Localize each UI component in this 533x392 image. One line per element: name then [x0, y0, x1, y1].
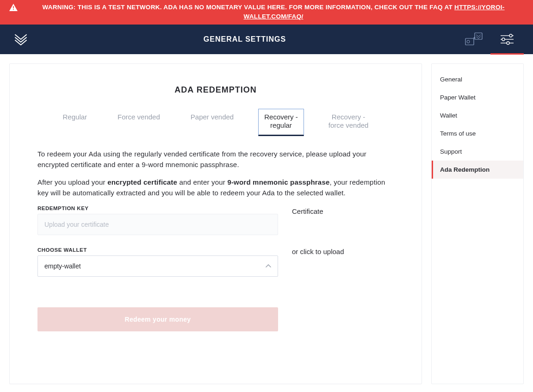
sidebar-item-terms-of-use[interactable]: Terms of use — [432, 124, 523, 143]
app-header: GENERAL SETTINGS — [0, 25, 533, 54]
tab-recovery-force-vended[interactable]: Recovery -force vended — [322, 109, 375, 137]
tab-paper-vended[interactable]: Paper vended — [185, 109, 240, 137]
header-wallets-button[interactable] — [457, 25, 490, 54]
svg-rect-0 — [13, 6, 14, 8]
tab-recovery-regular-label: Recovery -regular — [264, 113, 298, 131]
main-content-card: ADA REDEMPTION Regular Force vended Pape… — [9, 63, 422, 384]
tab-recovery-regular[interactable]: Recovery -regular — [258, 109, 304, 137]
tab-regular[interactable]: Regular — [57, 109, 93, 137]
choose-wallet-label: CHOOSE WALLET — [37, 247, 278, 253]
test-network-warning-banner: WARNING: THIS IS A TEST NETWORK. ADA HAS… — [0, 0, 533, 25]
tab-force-vended[interactable]: Force vended — [112, 109, 166, 137]
choose-wallet-select[interactable]: empty-wallet — [37, 255, 278, 277]
para2-bold1: encrypted certificate — [107, 178, 177, 186]
choose-wallet-value: empty-wallet — [44, 262, 81, 270]
svg-point-4 — [467, 40, 470, 43]
chevron-up-icon — [266, 264, 271, 268]
sidebar-item-ada-redemption[interactable]: Ada Redemption — [432, 161, 523, 179]
sidebar-item-paper-wallet[interactable]: Paper Wallet — [432, 88, 523, 106]
para2-mid: and enter your — [177, 178, 227, 186]
certificate-upload-area[interactable]: Certificate or click to upload — [292, 205, 394, 331]
para2-bold2: 9-word mnemonic passphrase — [227, 178, 329, 186]
para2-pre: After you upload your — [37, 178, 107, 186]
certificate-upload-hint: or click to upload — [292, 248, 344, 255]
svg-point-6 — [509, 34, 512, 37]
sidebar-item-support[interactable]: Support — [432, 143, 523, 161]
redemption-tabs: Regular Force vended Paper vended Recove… — [37, 109, 394, 137]
page-title: GENERAL SETTINGS — [32, 35, 457, 44]
instructions-paragraph-2: After you upload your encrypted certific… — [37, 177, 394, 198]
settings-sidebar: General Paper Wallet Wallet Terms of use… — [431, 63, 524, 384]
header-settings-button[interactable] — [490, 25, 524, 54]
redemption-key-input[interactable] — [37, 214, 278, 235]
svg-rect-1 — [13, 9, 14, 10]
instructions-paragraph-1: To redeem your Ada using the regularly v… — [37, 149, 394, 170]
certificate-title: Certificate — [292, 207, 323, 215]
sidebar-item-general[interactable]: General — [432, 70, 523, 88]
tab-recovery-force-vended-label: Recovery -force vended — [328, 113, 369, 131]
warning-text: WARNING: THIS IS A TEST NETWORK. ADA HAS… — [42, 4, 454, 11]
section-title: ADA REDEMPTION — [37, 85, 394, 95]
sidebar-item-wallet[interactable]: Wallet — [432, 106, 523, 124]
warning-triangle-icon — [9, 4, 18, 11]
svg-point-8 — [502, 38, 505, 41]
redeem-button[interactable]: Redeem your money — [37, 307, 278, 331]
redemption-key-label: REDEMPTION KEY — [37, 205, 278, 211]
svg-point-10 — [507, 42, 509, 44]
yoroi-logo[interactable] — [9, 33, 32, 46]
